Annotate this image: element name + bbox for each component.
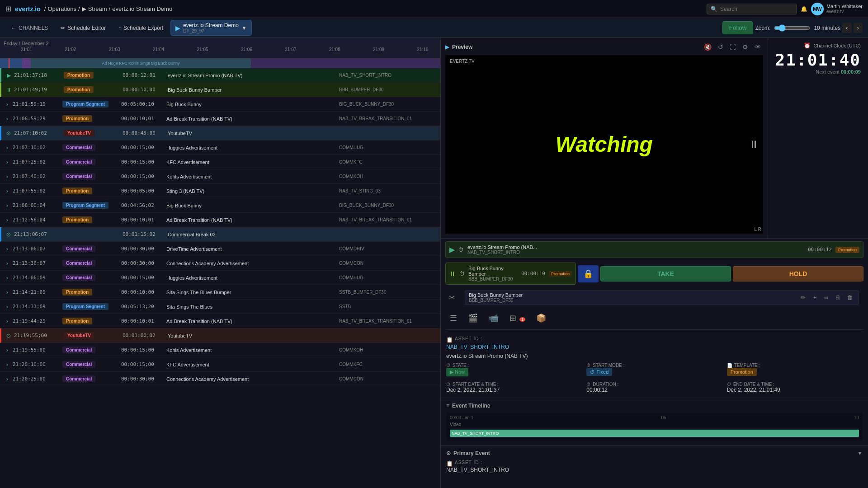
table-row[interactable]: ▶ 21:01:37;18 Promotion 00:00:12;01 ever… [0, 68, 440, 83]
table-row[interactable]: › 21:20:25;00 Commercial 00:00:30;00 Con… [0, 372, 440, 386]
list-action-button[interactable]: ☰ [445, 310, 462, 326]
edit-delete-button[interactable]: 🗑 [844, 293, 855, 302]
table-row[interactable]: › 21:20:10;00 Commercial 00:00:15;00 KFC… [0, 357, 440, 372]
table-row[interactable]: › 21:19:55;00 Commercial 00:00:15;00 Koh… [0, 343, 440, 357]
breadcrumb-demo: evertz.io Stream Demo [112, 5, 172, 12]
video-action-button[interactable]: 🎬 [463, 310, 482, 326]
table-row[interactable]: › 21:07:40;02 Commercial 00:00:15;00 Koh… [0, 169, 440, 184]
row-indicator: › [2, 260, 13, 267]
row-type: Promotion [62, 289, 121, 296]
row-type: Program Segment [62, 202, 121, 209]
asset-id-icon: 📋 [446, 337, 453, 343]
search-box[interactable]: 🔍 [707, 4, 797, 14]
table-row[interactable]: › 21:06:59;29 Promotion 00:00:10;01 Ad B… [0, 112, 440, 126]
clock-label: Channel Clock (UTC) [813, 43, 861, 48]
table-row[interactable]: › 21:07:10;02 Commercial 00:00:15;00 Hug… [0, 141, 440, 155]
row-title: Kohls Advertisement [166, 174, 339, 179]
primary-event-chevron[interactable]: ▼ [857, 450, 863, 456]
fullscreen-button[interactable]: ⛶ [727, 42, 738, 52]
row-title: Sita Sings The Blues Bumper [166, 290, 339, 295]
primary-event-icon: ⊙ [446, 450, 451, 456]
row-title: Connections Academy Advertisement [166, 261, 339, 266]
table-row[interactable]: › 21:01:59;19 Program Segment 00:05:00;1… [0, 97, 440, 112]
schedule-editor-button[interactable]: ✏ Schedule Editor [55, 22, 111, 34]
timeline-mini: 00:00 Jan 1 05 10 Video NAB_TV_SHORT_INT… [446, 413, 863, 441]
table-row[interactable]: › 21:12:56;04 Promotion 00:00:10;01 Ad B… [0, 213, 440, 227]
table-row[interactable]: › 21:19:44;29 Promotion 00:00:10;01 Ad B… [0, 314, 440, 328]
mute-button[interactable]: 🔇 [702, 42, 714, 52]
edit-pencil-button[interactable]: ✏ [798, 293, 808, 302]
table-row[interactable]: ⏸ 21:01:49;19 Promotion 00:00:10;00 Big … [0, 83, 440, 97]
breadcrumb-ops[interactable]: Operations [47, 5, 76, 12]
row-title: Sting 3 (NAB TV) [166, 188, 339, 194]
follow-button[interactable]: Follow [722, 21, 754, 34]
schedule-editor-label: Schedule Editor [67, 25, 106, 31]
table-row[interactable]: › 21:13:06;07 Commercial 00:00:30;00 Dri… [0, 242, 440, 256]
row-title: Big Buck Bunny [166, 102, 339, 107]
edit-copy-button[interactable]: ⎘ [834, 293, 842, 302]
row-indicator: › [2, 246, 13, 252]
schedule-body[interactable]: ▶ 21:01:37;18 Promotion 00:00:12;01 ever… [0, 68, 440, 488]
next-event-time: 00:00:09 [841, 69, 861, 75]
event-timeline-header: ≡ Event Timeline [446, 403, 863, 409]
breadcrumb-stream[interactable]: Stream [88, 5, 107, 12]
eye-button[interactable]: 👁 [752, 42, 763, 52]
row-title: Ad Break Transition (NAB TV) [166, 217, 339, 223]
paused-take-hold-row: ⏸ ⏱ Big Buck Bunny Bumper BBB_BUMPER_DF3… [445, 261, 863, 286]
row-duration: 00:00:15;00 [121, 145, 166, 150]
edit-add-button[interactable]: + [811, 293, 819, 302]
schedule-export-button[interactable]: ↑ Schedule Export [113, 22, 169, 34]
table-row[interactable]: › 21:13:36;07 Commercial 00:00:30;00 Con… [0, 256, 440, 271]
time-mark-3: 21:03 [109, 47, 120, 52]
table-row[interactable]: › 21:08:00;04 Program Segment 00:04:56;0… [0, 198, 440, 213]
settings-button[interactable]: ⚙ [740, 42, 750, 52]
refresh-button[interactable]: ↺ [716, 42, 726, 52]
start-date-value: Dec 2, 2022, 21:01:37 [446, 387, 582, 393]
channel-selector[interactable]: ▶ evertz.io Stream Demo DF_29_97 ▼ [170, 20, 252, 36]
time-mark-5: 21:05 [197, 47, 208, 52]
paused-pause-icon[interactable]: ⏸ [449, 270, 456, 277]
row-indicator: ▶ [3, 72, 14, 79]
zoom-slider[interactable] [774, 24, 810, 32]
row-type: Promotion [62, 318, 121, 324]
channels-back-button[interactable]: ← CHANNELS [5, 22, 53, 34]
timeline-date: Friday / December 2 [0, 40, 440, 47]
row-indicator: › [2, 289, 13, 296]
table-row[interactable]: ⊙ 21:19:55;00 YoutubeTV 00:01:00;02 Yout… [0, 328, 440, 343]
archive-action-button[interactable]: 📦 [532, 310, 551, 326]
asset-id-value[interactable]: NAB_TV_SHORT_INTRO [446, 344, 863, 350]
duration-item: ⏱ DURATION : 00:00:12 [586, 382, 722, 393]
camera-action-button[interactable]: 📹 [484, 310, 503, 326]
row-time: 21:13:06;07 [14, 231, 64, 237]
row-asset: BIG_BUCK_BUNNY_DF30 [339, 102, 439, 107]
row-title: Huggies Advertisement [166, 275, 339, 281]
table-row[interactable]: › 21:14:31;09 Program Segment 00:05:13;2… [0, 300, 440, 314]
table-row[interactable]: › 21:07:25;02 Commercial 00:00:15;00 KFC… [0, 155, 440, 169]
clock-section: ⏰ Channel Clock (UTC) 21:01:40 Next even… [768, 38, 868, 238]
row-duration: 00:00:30;00 [121, 246, 166, 252]
table-row[interactable]: › 21:14:21;09 Promotion 00:00:10;00 Sita… [0, 285, 440, 300]
table-row[interactable]: ⊙ 21:07:10;02 YoutubeTV 00:00:45;00 Yout… [0, 126, 440, 141]
hold-button[interactable]: HOLD [733, 266, 863, 282]
apps-icon[interactable]: ⊞ [5, 5, 11, 13]
row-type: Promotion [64, 72, 123, 79]
time-mark-8: 21:08 [329, 47, 340, 52]
table-row[interactable]: › 21:14:06;09 Commercial 00:00:15;00 Hug… [0, 271, 440, 285]
toolbar: ← CHANNELS ✏ Schedule Editor ↑ Schedule … [0, 18, 868, 38]
table-row[interactable]: ⊙ 21:13:06;07 00:01:15;02 Commercial Bre… [0, 227, 440, 242]
search-input[interactable] [720, 6, 783, 12]
notification-icon[interactable]: 🔔 [801, 6, 807, 12]
take-button[interactable]: TAKE [600, 266, 731, 282]
row-time: 21:13:36;07 [13, 260, 62, 266]
row-indicator: › [2, 159, 13, 165]
scissors-button[interactable]: ✂ [445, 291, 458, 304]
edit-forward-button[interactable]: ⇒ [821, 293, 831, 302]
row-title: Ad Break Transition (NAB TV) [166, 319, 339, 324]
lock-button[interactable]: 🔒 [578, 265, 599, 282]
table-row[interactable]: › 21:07:55;02 Promotion 00:00:05;00 Stin… [0, 184, 440, 198]
template-action-button[interactable]: ⊞ 1 [505, 310, 530, 326]
timeline-next-button[interactable]: › [854, 23, 863, 33]
row-time: 21:14:06;09 [13, 275, 62, 281]
now-play-icon[interactable]: ▶ [449, 245, 455, 254]
timeline-prev-button[interactable]: ‹ [842, 23, 851, 33]
